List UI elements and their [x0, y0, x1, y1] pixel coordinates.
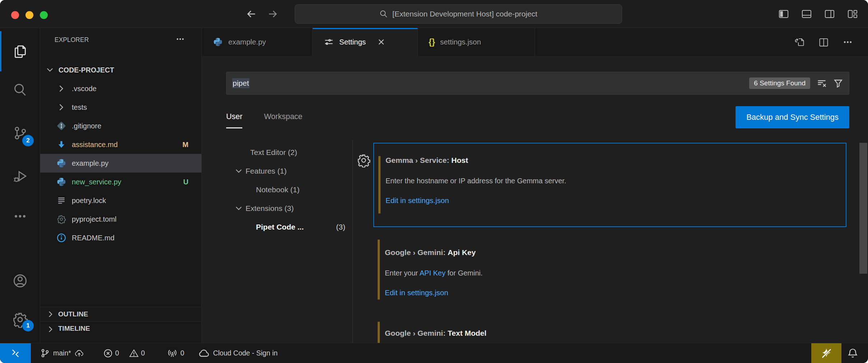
- sidebar-item-run-debug[interactable]: [0, 168, 40, 184]
- sidebar-item-source-control[interactable]: [0, 125, 40, 141]
- toggle-secondary-sidebar-icon[interactable]: [823, 8, 836, 20]
- extension-warning-button[interactable]: [811, 343, 841, 363]
- sidebar-item-explorer[interactable]: [0, 43, 40, 60]
- cloud-code-label: Cloud Code - Sign in: [213, 349, 277, 357]
- customize-layout-icon[interactable]: [846, 8, 859, 20]
- branch-status-item[interactable]: main*: [40, 348, 84, 358]
- vscode-window: [Extension Development Host] code-projec…: [0, 0, 868, 363]
- close-tab-icon[interactable]: [377, 37, 386, 47]
- gear-icon: [57, 214, 66, 224]
- backup-sync-settings-button[interactable]: Backup and Sync Settings: [736, 106, 849, 128]
- problems-status-item[interactable]: 0 0: [103, 349, 145, 358]
- toc-item-notebook[interactable]: Notebook (1): [226, 180, 353, 199]
- scope-tab-user[interactable]: User: [226, 106, 242, 128]
- toggle-panel-icon[interactable]: [801, 8, 813, 20]
- tree-item-tests-folder[interactable]: tests: [40, 98, 201, 117]
- ports-status-item[interactable]: 0: [167, 348, 185, 358]
- edit-in-settings-json-link[interactable]: Edit in settings.json: [385, 288, 832, 297]
- sidebar-item-more-views[interactable]: [0, 208, 40, 225]
- vertical-scrollbar[interactable]: [859, 143, 867, 274]
- settings-editor: pipet 6 Settings Found User Workspace Ba…: [202, 56, 868, 343]
- tree-item-pyproject-toml[interactable]: pyproject.toml: [40, 210, 201, 228]
- editor-area: example.py Settings {} settings.json: [202, 28, 868, 343]
- filter-funnel-icon[interactable]: [833, 78, 843, 88]
- cloud-icon: [198, 348, 209, 359]
- timeline-section-header[interactable]: TIMELINE: [40, 321, 201, 343]
- warning-count: 0: [141, 349, 145, 357]
- back-arrow-icon[interactable]: [245, 8, 257, 20]
- minimize-window-button[interactable]: [25, 11, 33, 19]
- tree-item-poetry-lock[interactable]: poetry.lock: [40, 191, 201, 210]
- zoom-window-button[interactable]: [40, 11, 48, 19]
- run-debug-icon: [12, 168, 28, 184]
- manage-badge: 1: [22, 320, 34, 331]
- settings-scope-tabs: User Workspace Backup and Sync Settings: [226, 106, 849, 128]
- chevron-down-icon: [234, 166, 243, 176]
- tab-example-py[interactable]: example.py: [202, 28, 313, 56]
- title-bar: [Extension Development Host] code-projec…: [0, 0, 868, 28]
- notifications-button[interactable]: [841, 348, 864, 358]
- clear-search-icon[interactable]: [817, 78, 827, 88]
- api-key-link[interactable]: API Key: [420, 269, 445, 277]
- tree-item-vscode-folder[interactable]: .vscode: [40, 79, 201, 98]
- toc-item-features[interactable]: Features (1): [226, 162, 353, 180]
- sidebar-item-search[interactable]: [0, 82, 40, 98]
- toggle-primary-sidebar-icon[interactable]: [778, 8, 790, 20]
- manage-button[interactable]: [0, 311, 40, 328]
- cloud-code-status-item[interactable]: Cloud Code - Sign in: [198, 348, 277, 359]
- account-button[interactable]: [0, 273, 40, 289]
- window-controls: [11, 11, 48, 19]
- scope-tab-workspace[interactable]: Workspace: [264, 106, 302, 128]
- tree-root-code-project[interactable]: CODE-PROJECT: [40, 61, 201, 79]
- split-editor-icon[interactable]: [818, 36, 830, 48]
- tab-settings[interactable]: Settings: [313, 28, 418, 56]
- toc-item-extensions[interactable]: Extensions (3): [226, 199, 353, 218]
- chevron-right-icon: [46, 325, 55, 334]
- python-icon: [213, 37, 223, 47]
- open-settings-json-icon[interactable]: [794, 36, 806, 48]
- setting-row-google-gemini-api-key[interactable]: Google › Gemini: Api Key Enter your API …: [373, 233, 846, 316]
- bell-icon: [848, 348, 858, 358]
- setting-title: Google › Gemini: Text Model: [385, 327, 832, 339]
- settings-toc: Text Editor (2) Features (1) Notebook (1…: [226, 140, 353, 343]
- toc-item-text-editor[interactable]: Text Editor (2): [226, 143, 353, 162]
- forward-arrow-icon[interactable]: [267, 8, 279, 20]
- chevron-right-icon: [56, 84, 66, 94]
- modified-indicator: [378, 322, 380, 343]
- tree-item-readme-md[interactable]: README.md: [40, 228, 201, 247]
- json-braces-icon: {}: [429, 37, 435, 47]
- setting-actions-gear-icon[interactable]: [356, 153, 371, 168]
- activity-bar: 2 1: [0, 28, 40, 343]
- setting-row-gemma-service-host[interactable]: Gemma › Service: Host Enter the hostname…: [373, 143, 846, 227]
- tab-bar: example.py Settings {} settings.json: [202, 28, 868, 56]
- close-window-button[interactable]: [11, 11, 19, 19]
- python-icon: [56, 158, 66, 168]
- file-tree: CODE-PROJECT .vscode tests .gitignore as…: [40, 52, 201, 247]
- remote-indicator[interactable]: [0, 343, 31, 363]
- status-bar: main* 0 0 0 Cloud Code - Sign in: [0, 343, 868, 363]
- views-and-more-actions-icon[interactable]: [175, 34, 186, 46]
- git-status-badge: U: [183, 178, 188, 186]
- tree-item-gitignore[interactable]: .gitignore: [40, 117, 201, 135]
- results-count-badge: 6 Settings Found: [749, 77, 810, 89]
- chevron-right-icon: [46, 310, 55, 319]
- lock-file-icon: [56, 195, 66, 206]
- tree-item-new-service-py[interactable]: new_service.py U: [40, 173, 201, 191]
- setting-description: Enter your API Key for Gemini.: [385, 268, 832, 278]
- tree-item-assistance-md[interactable]: assistance.md M: [40, 135, 201, 154]
- toc-item-pipet-code[interactable]: Pipet Code ... (3): [226, 218, 353, 236]
- modified-indicator: [378, 156, 381, 213]
- markdown-icon: [56, 140, 66, 150]
- command-center[interactable]: [Extension Development Host] code-projec…: [295, 4, 622, 24]
- spark-disabled-icon: [820, 347, 832, 359]
- setting-row-google-gemini-text-model[interactable]: Google › Gemini: Text Model: [373, 321, 846, 343]
- settings-search-input[interactable]: pipet 6 Settings Found: [226, 72, 849, 95]
- tree-item-example-py[interactable]: example.py: [40, 154, 201, 173]
- settings-list: Gemma › Service: Host Enter the hostname…: [373, 140, 846, 343]
- outline-section-header[interactable]: OUTLINE: [40, 307, 201, 321]
- source-control-badge: 2: [22, 135, 34, 146]
- more-actions-icon[interactable]: [842, 36, 854, 48]
- tab-settings-json[interactable]: {} settings.json: [418, 28, 535, 56]
- setting-description: Enter the hostname or IP address for the…: [386, 175, 831, 186]
- edit-in-settings-json-link[interactable]: Edit in settings.json: [386, 196, 831, 205]
